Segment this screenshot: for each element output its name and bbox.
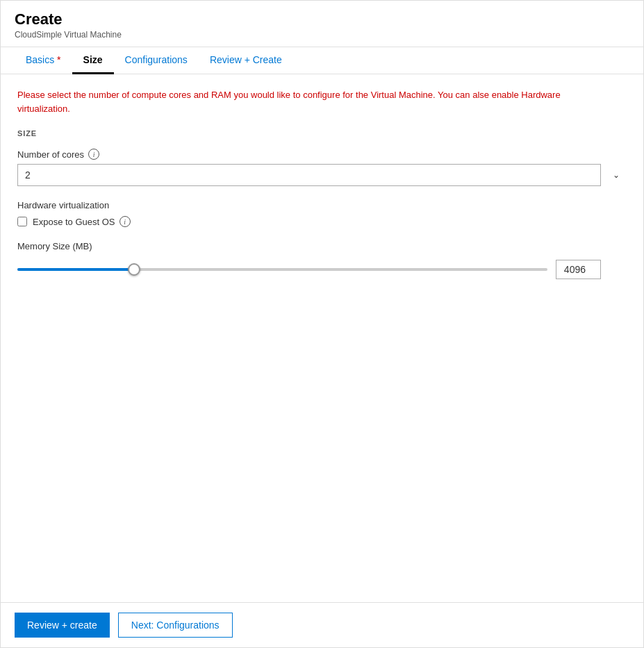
review-create-button[interactable]: Review + create [15,613,110,638]
cores-dropdown[interactable]: 1 2 4 8 16 32 [17,164,601,186]
main-content: Please select the number of compute core… [1,74,643,602]
hw-virtualization-label: Hardware virtualization [17,200,627,210]
tab-bar: Basics * Size Configurations Review + Cr… [1,47,643,74]
info-message: Please select the number of compute core… [17,88,587,115]
memory-section: Memory Size (MB) [17,241,627,279]
memory-value-input[interactable] [556,260,601,279]
page-title: Create [15,10,629,28]
cores-dropdown-wrapper: 1 2 4 8 16 32 ⌄ [17,164,627,186]
expose-guest-os-label: Expose to Guest OS i [33,216,131,227]
cores-dropdown-chevron-icon: ⌄ [613,170,620,180]
next-configurations-button[interactable]: Next: Configurations [118,613,233,638]
tab-size[interactable]: Size [72,47,114,74]
memory-label: Memory Size (MB) [17,241,627,251]
page-subtitle: CloudSimple Virtual Machine [15,30,629,40]
memory-slider-fill [17,268,134,271]
expose-guest-os-checkbox[interactable] [17,217,27,226]
expose-guest-os-info-icon[interactable]: i [119,216,131,227]
memory-slider-track [17,268,547,271]
tab-review-create[interactable]: Review + Create [199,47,293,74]
memory-slider-thumb[interactable] [128,263,140,276]
hw-virtualization-section: Hardware virtualization Expose to Guest … [17,200,627,227]
footer: Review + create Next: Configurations [1,602,643,647]
tab-configurations[interactable]: Configurations [114,47,199,74]
memory-slider-row [17,260,601,279]
memory-slider-wrapper [17,261,547,278]
tab-basics[interactable]: Basics * [15,47,72,74]
size-section-label: SIZE [17,129,627,138]
cores-field-label: Number of cores i [17,149,627,160]
page-header: Create CloudSimple Virtual Machine [1,1,643,47]
expose-guest-os-row: Expose to Guest OS i [17,216,627,227]
cores-info-icon[interactable]: i [88,149,99,160]
